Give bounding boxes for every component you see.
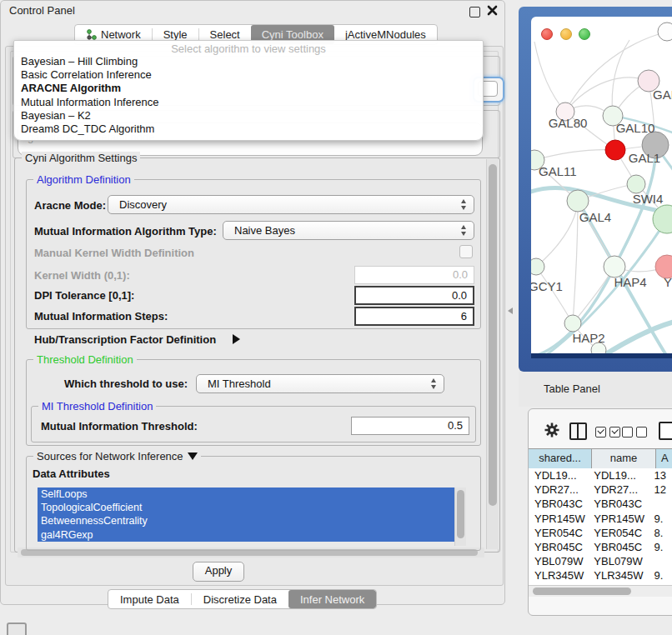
kernel-width-field[interactable]: 0.0: [354, 266, 474, 284]
table-cell: 8.: [649, 526, 672, 540]
table-cell: YLR345W: [588, 568, 648, 582]
data-attribute-item[interactable]: SelfLoops: [38, 488, 454, 501]
table-row[interactable]: YBL079WYBL079W: [529, 554, 672, 568]
table-hscrollbar[interactable]: [529, 585, 672, 597]
settings-scrollbar[interactable]: [486, 159, 499, 549]
network-node[interactable]: [564, 315, 581, 332]
table-body: YDL19...YDL19...13YDR27...YDR27...12YBR0…: [529, 468, 672, 585]
collapse-arrow-icon[interactable]: [188, 452, 198, 460]
group-title: MI Threshold Definition: [38, 400, 156, 412]
algorithm-option[interactable]: Dream8 DC_TDC Algorithm: [19, 122, 478, 136]
hub-definition-label: Hub/Transcription Factor Definition: [34, 333, 216, 346]
column-layout-icon[interactable]: [569, 422, 587, 440]
table-cell: 12: [649, 482, 672, 497]
network-node[interactable]: [567, 190, 589, 212]
expand-arrow-icon[interactable]: [233, 334, 240, 344]
splitter-collapse-arrow[interactable]: [508, 308, 513, 314]
application-window: Control Panel Network Style: [0, 0, 672, 635]
mi-steps-field[interactable]: 6: [354, 307, 474, 326]
data-attribute-item[interactable]: TopologicalCoefficient: [38, 501, 454, 514]
group-title: Threshold Definition: [33, 353, 137, 366]
algorithm-option[interactable]: ARACNE Algorithm: [19, 82, 478, 95]
sources-title: Sources for Network Inference: [37, 450, 183, 462]
network-edge[interactable]: [536, 201, 578, 267]
table-cell: YBL079W: [529, 554, 588, 568]
column-header-shared-name[interactable]: shared...: [529, 449, 592, 468]
table-cell: YDL19...: [588, 468, 648, 482]
data-attribute-item[interactable]: gal4RGexp: [38, 528, 454, 542]
network-node[interactable]: [627, 175, 645, 193]
table-cell: YBR045C: [529, 540, 588, 554]
data-attributes-label: Data Attributes: [33, 468, 110, 480]
table-row[interactable]: YER054CYER054C8.: [529, 526, 672, 540]
select-all-columns-icon[interactable]: [595, 427, 620, 438]
table-row[interactable]: YDL19...YDL19...13: [529, 468, 672, 482]
table-settings-gear-icon[interactable]: [544, 422, 560, 442]
mi-threshold-field[interactable]: 0.5: [351, 417, 469, 435]
window-close-button[interactable]: [541, 28, 553, 40]
node-label: GAL11: [539, 164, 577, 178]
float-window-button[interactable]: [469, 7, 480, 18]
node-label: GAL10: [616, 121, 655, 135]
tab-label: Style: [163, 28, 188, 41]
network-node[interactable]: [531, 258, 544, 275]
group-title-wrap: Sources for Network Inference: [33, 450, 201, 462]
network-icon: [86, 29, 97, 40]
close-panel-button[interactable]: [487, 5, 498, 16]
mi-type-combobox[interactable]: Naive Bayes: [223, 221, 474, 240]
aracne-mode-combobox[interactable]: Discovery: [108, 195, 474, 214]
table-row[interactable]: YBR045CYBR045C9.: [529, 540, 672, 554]
column-header-third[interactable]: A: [656, 449, 672, 468]
network-edge[interactable]: [534, 150, 615, 160]
apply-button[interactable]: Apply: [193, 562, 244, 582]
network-node[interactable]: [658, 22, 672, 41]
aracne-mode-label: Aracne Mode:: [34, 199, 106, 212]
network-node[interactable]: [605, 140, 625, 160]
table-hscrollbar-thumb[interactable]: [533, 588, 631, 595]
node-label: HAP2: [572, 331, 604, 345]
table-row[interactable]: YPR145WYPR145W9.: [529, 512, 672, 526]
combo-arrows-icon: [461, 225, 467, 236]
node-label: GCY1: [531, 279, 563, 293]
algorithm-option[interactable]: Mutual Information Inference: [19, 96, 478, 109]
table-cell: YPR145W: [588, 512, 648, 526]
network-edge[interactable]: [536, 267, 573, 323]
column-header-name[interactable]: name: [592, 449, 656, 468]
dpi-tolerance-label: DPI Tolerance [0,1]:: [34, 289, 134, 302]
manual-kernel-checkbox[interactable]: [459, 245, 473, 258]
settings-scrollbar-thumb[interactable]: [489, 164, 497, 506]
node-label: GAL80: [549, 116, 588, 130]
control-panel-title: Control Panel: [9, 4, 75, 17]
mi-type-label: Mutual Information Algorithm Type:: [34, 225, 217, 238]
table-panel-title: Table Panel: [544, 382, 600, 395]
tab-impute-data[interactable]: Impute Data: [108, 590, 191, 608]
algorithm-option[interactable]: Basic Correlation Inference: [19, 68, 478, 82]
network-canvas[interactable]: GAL7GAL80GAL10GAL1GAL11SWI4GAL4GCY1HAP4Y…: [531, 17, 672, 353]
mi-threshold-label: Mutual Information Threshold:: [41, 420, 198, 432]
data-attribute-item[interactable]: BetweennessCentrality: [38, 514, 454, 528]
table-cell: [649, 554, 672, 568]
algorithm-option[interactable]: Bayesian – Hill Climbing: [19, 55, 478, 68]
table-function-icon[interactable]: [659, 422, 672, 440]
group-title: Algorithm Definition: [33, 173, 134, 186]
tab-discretize-data[interactable]: Discretize Data: [192, 590, 288, 608]
tab-label: Cyni Toolbox: [262, 28, 323, 41]
control-panel: Control Panel Network Style: [0, 0, 505, 605]
algorithm-option[interactable]: Bayesian – K2: [19, 109, 478, 122]
which-threshold-combobox[interactable]: MI Threshold: [196, 374, 444, 393]
window-zoom-button[interactable]: [579, 28, 590, 40]
table-row[interactable]: YDR27...YDR27...12: [529, 482, 672, 497]
table-row[interactable]: YLR345WYLR345W9.: [529, 568, 672, 582]
attributes-scrollbar[interactable]: [454, 488, 466, 546]
mi-steps-label: Mutual Information Steps:: [34, 310, 168, 322]
table-row[interactable]: YBR043CYBR043C: [529, 497, 672, 511]
attributes-scrollbar-thumb[interactable]: [457, 490, 464, 538]
docked-panel-icon[interactable]: [7, 622, 27, 635]
tab-infer-network[interactable]: Infer Network: [288, 590, 376, 608]
window-minimize-button[interactable]: [560, 28, 572, 40]
network-edge[interactable]: [534, 42, 565, 112]
dpi-tolerance-field[interactable]: 0.0: [354, 286, 474, 305]
node-label: GAL4: [579, 210, 611, 224]
deselect-all-columns-icon[interactable]: [622, 427, 647, 438]
tab-label: Discretize Data: [203, 593, 277, 606]
